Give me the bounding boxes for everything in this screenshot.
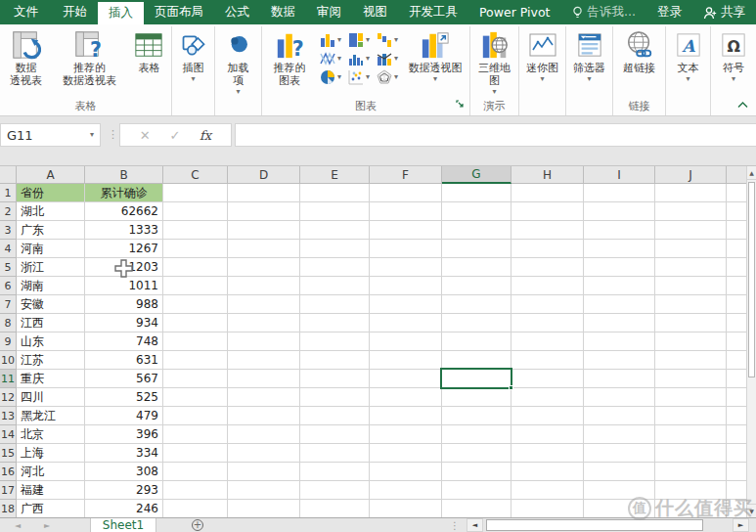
- cell-K9[interactable]: [727, 332, 746, 351]
- cell-C15[interactable]: [163, 444, 228, 463]
- cell-D4[interactable]: [228, 240, 300, 258]
- cell-I4[interactable]: [584, 240, 655, 258]
- cell-B2[interactable]: 62662: [85, 202, 163, 221]
- cell-C10[interactable]: [163, 351, 228, 370]
- cell-J3[interactable]: [655, 221, 727, 240]
- tab-power-pivot[interactable]: Power Pivot: [468, 0, 560, 24]
- col-header-D[interactable]: D: [228, 166, 300, 184]
- cell-B13[interactable]: 479: [85, 407, 163, 425]
- cancel-icon[interactable]: ✕: [140, 128, 151, 143]
- cell-D7[interactable]: [228, 295, 300, 314]
- col-header-F[interactable]: F: [370, 166, 442, 184]
- cell-A11[interactable]: 重庆: [17, 370, 85, 388]
- cell-E18[interactable]: [300, 500, 370, 517]
- cell-G11[interactable]: [442, 370, 511, 388]
- cell-C6[interactable]: [163, 277, 228, 295]
- row-header-5[interactable]: 5: [0, 258, 17, 277]
- cell-H4[interactable]: [511, 240, 584, 258]
- sheet-nav-left-icon[interactable]: ◄: [12, 518, 23, 532]
- cell-H12[interactable]: [511, 388, 584, 407]
- sparklines-button[interactable]: 迷你图 ▾: [521, 26, 563, 84]
- cell-F8[interactable]: [370, 314, 442, 332]
- cell-H3[interactable]: [511, 221, 584, 240]
- cell-D18[interactable]: [228, 500, 300, 517]
- col-header-A[interactable]: A: [17, 166, 85, 184]
- cell-H15[interactable]: [511, 444, 584, 463]
- cell-E14[interactable]: [300, 425, 370, 444]
- cell-I5[interactable]: [584, 258, 655, 277]
- cell-K15[interactable]: [727, 444, 746, 463]
- cell-E11[interactable]: [300, 370, 370, 388]
- row-header-11[interactable]: 11: [0, 370, 17, 388]
- cell-E2[interactable]: [300, 202, 370, 221]
- cell-I11[interactable]: [584, 370, 655, 388]
- cell-F14[interactable]: [370, 425, 442, 444]
- cell-B14[interactable]: 396: [85, 425, 163, 444]
- cell-H9[interactable]: [511, 332, 584, 351]
- row-header-17[interactable]: 17: [0, 481, 17, 500]
- cell-J15[interactable]: [655, 444, 727, 463]
- row-header-18[interactable]: 18: [0, 500, 17, 517]
- insert-hierarchy-chart-button[interactable]: ▾: [346, 31, 372, 49]
- cell-H5[interactable]: [511, 258, 584, 277]
- hscroll-right-icon[interactable]: ►: [733, 518, 749, 532]
- cell-F18[interactable]: [370, 500, 442, 517]
- cell-E12[interactable]: [300, 388, 370, 407]
- cell-C11[interactable]: [163, 370, 228, 388]
- cell-B8[interactable]: 934: [85, 314, 163, 332]
- cell-E15[interactable]: [300, 444, 370, 463]
- cell-F4[interactable]: [370, 240, 442, 258]
- cell-D17[interactable]: [228, 481, 300, 500]
- tell-me-box[interactable]: 告诉我...: [561, 0, 646, 24]
- cell-A4[interactable]: 河南: [17, 240, 85, 258]
- row-header-4[interactable]: 4: [0, 240, 17, 258]
- cell-D16[interactable]: [228, 463, 300, 481]
- cell-I1[interactable]: [584, 184, 655, 202]
- cell-F2[interactable]: [370, 202, 442, 221]
- cell-D6[interactable]: [228, 277, 300, 295]
- cell-G13[interactable]: [442, 407, 511, 425]
- col-header-J[interactable]: J: [655, 166, 727, 184]
- row-header-8[interactable]: 8: [0, 314, 17, 332]
- row-header-2[interactable]: 2: [0, 202, 17, 221]
- col-header-G[interactable]: G: [442, 166, 511, 184]
- collapse-ribbon-button[interactable]: [737, 98, 748, 111]
- cell-A3[interactable]: 广东: [17, 221, 85, 240]
- cell-E6[interactable]: [300, 277, 370, 295]
- cell-J1[interactable]: [655, 184, 727, 202]
- cell-H13[interactable]: [511, 407, 584, 425]
- cell-F12[interactable]: [370, 388, 442, 407]
- insert-combo-chart-button[interactable]: ▾: [375, 50, 400, 67]
- sheet-nav-right-icon[interactable]: ►: [41, 518, 53, 532]
- col-header-E[interactable]: E: [300, 166, 370, 184]
- cell-B11[interactable]: 567: [85, 370, 163, 388]
- cell-C9[interactable]: [163, 332, 228, 351]
- cell-C3[interactable]: [163, 221, 228, 240]
- cell-I8[interactable]: [584, 314, 655, 332]
- pivottable-button[interactable]: 数据 透视表: [2, 26, 50, 87]
- cell-A13[interactable]: 黑龙江: [17, 407, 85, 425]
- recommended-pivottables-button[interactable]: ? 推荐的 数据透视表: [50, 26, 129, 87]
- sheet-tab-sheet1[interactable]: Sheet1: [90, 518, 156, 532]
- cell-K11[interactable]: [727, 370, 746, 388]
- cell-F9[interactable]: [370, 332, 442, 351]
- cell-A5[interactable]: 浙江: [17, 258, 85, 277]
- insert-column-chart-button[interactable]: ▾: [318, 31, 343, 49]
- cell-H14[interactable]: [511, 425, 584, 444]
- sign-in-button[interactable]: 登录: [646, 0, 692, 24]
- cell-J10[interactable]: [655, 351, 727, 370]
- cell-B5[interactable]: 1203: [85, 258, 163, 277]
- cell-K3[interactable]: [727, 221, 746, 240]
- cell-A9[interactable]: 山东: [17, 332, 85, 351]
- filters-button[interactable]: 筛选器 ▾: [568, 26, 610, 84]
- cell-B3[interactable]: 1333: [85, 221, 163, 240]
- row-header-13[interactable]: 13: [0, 407, 17, 425]
- cell-C13[interactable]: [163, 407, 228, 425]
- cell-E1[interactable]: [300, 184, 370, 202]
- insert-bar-chart-button[interactable]: ▾: [346, 50, 372, 67]
- symbols-button[interactable]: Ω 符号 ▾: [713, 26, 754, 84]
- cell-D11[interactable]: [228, 370, 300, 388]
- tab-home[interactable]: 开始: [52, 0, 98, 24]
- cell-B1[interactable]: 累计确诊: [85, 184, 163, 202]
- cell-K5[interactable]: [727, 258, 746, 277]
